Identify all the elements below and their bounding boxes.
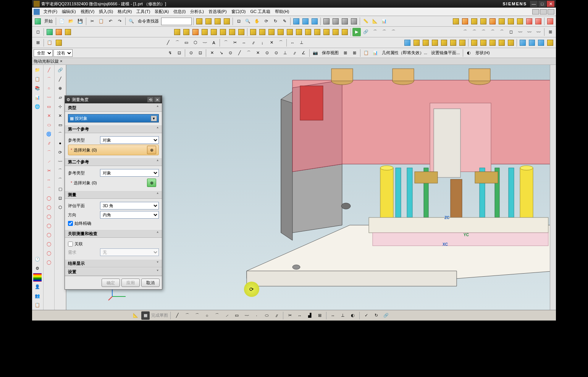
pan-button[interactable]: ✋ — [253, 17, 261, 26]
viewport-scrollbar[interactable] — [550, 65, 556, 310]
dialog-titlebar[interactable]: ⚙ 测量角度 ⟲ ✕ — [65, 96, 162, 103]
curve-offset-button[interactable]: ⫽ — [45, 139, 53, 147]
pocket-button[interactable] — [210, 28, 218, 36]
surf-op-3-button[interactable] — [422, 39, 430, 47]
select-target-2-icon[interactable]: ⊕ — [147, 179, 156, 187]
feat-arc-button[interactable]: ⌒ — [56, 130, 65, 138]
feat-target-button[interactable]: ⊕ — [56, 84, 65, 92]
select-target-1-icon[interactable]: ⊕ — [147, 146, 156, 154]
extrude-button[interactable] — [173, 28, 181, 36]
snap-4-button[interactable]: ╱ — [235, 49, 244, 57]
ref-type-1-select[interactable]: 对象 — [100, 136, 159, 144]
no-sel-select[interactable]: 没有选 — [53, 49, 73, 57]
select-object-1-row[interactable]: * 选择对象 (0) ⊕ — [68, 145, 159, 155]
sb-rect-button[interactable]: ▭ — [233, 311, 241, 320]
scale-button[interactable] — [331, 28, 340, 36]
extend-button[interactable]: ↔ — [240, 39, 248, 47]
trim-button[interactable] — [267, 28, 276, 36]
surf-op-8-button[interactable] — [470, 39, 478, 47]
feat-9-button[interactable] — [525, 17, 533, 26]
surf-op-7-button[interactable] — [458, 39, 467, 47]
feat-1-button[interactable] — [452, 17, 460, 26]
surf-7-button[interactable]: 〰 — [516, 28, 524, 36]
sel-2-button[interactable]: ⊡ — [175, 49, 183, 57]
feat-rect-button[interactable]: ▭ — [56, 121, 65, 129]
sketch-button[interactable]: ◻ — [34, 28, 42, 36]
sb-sketch-icon[interactable]: 📐 — [131, 311, 140, 320]
curve-trim-button[interactable]: ✂ — [45, 166, 53, 175]
surf-op-15-button[interactable] — [537, 39, 545, 47]
snap-1-button[interactable]: ✕ — [208, 49, 216, 57]
surf-8-button[interactable]: 〰 — [525, 28, 533, 36]
snap-2-button[interactable]: ↘ — [217, 49, 225, 57]
nav-color-button[interactable] — [33, 273, 42, 282]
circle-6-button[interactable]: ◯ — [45, 240, 53, 248]
project-button[interactable]: ↓ — [258, 39, 267, 47]
wcs-2-button[interactable] — [331, 17, 340, 26]
undo-button[interactable]: ↶ — [106, 17, 115, 26]
start-button[interactable] — [34, 17, 42, 26]
menu-view[interactable]: 视图(V) — [78, 8, 97, 15]
render-2-button[interactable] — [204, 17, 213, 26]
circle-3-button[interactable]: ◯ — [45, 212, 53, 221]
revolve-button[interactable] — [182, 28, 191, 36]
menu-file[interactable]: 文件(F) — [41, 8, 60, 15]
measure-1-button[interactable]: 📏 — [362, 17, 370, 26]
split-button[interactable] — [313, 28, 321, 36]
curve-3-button[interactable]: ⌒ — [389, 28, 397, 36]
render-1-button[interactable] — [195, 17, 204, 26]
menu-tools[interactable]: 工具(T) — [134, 8, 152, 15]
wave-button[interactable]: 🔗 — [362, 28, 370, 36]
text-button[interactable]: A — [210, 39, 218, 47]
snap-5-button[interactable]: ⌒ — [244, 49, 253, 57]
surf-3-button[interactable]: ⌒ — [479, 28, 488, 36]
block-button[interactable] — [45, 28, 54, 36]
feat-plane-button[interactable]: ▱ — [56, 93, 65, 102]
feat-blend-button[interactable]: ⌒ — [56, 176, 65, 184]
dialog-reset-button[interactable]: ⟲ — [147, 97, 153, 102]
wcs-1-button[interactable] — [322, 17, 331, 26]
sb-reattach-button[interactable]: 🔗 — [382, 311, 390, 320]
nav-hd3d-button[interactable]: 📊 — [33, 93, 42, 102]
sb-mirror-button[interactable]: ▟ — [305, 311, 314, 320]
surf-6-button[interactable]: ◻ — [507, 28, 515, 36]
curve-bridge-button[interactable]: ⌒ — [45, 185, 53, 193]
snap-11-button[interactable]: ∠ — [299, 49, 308, 57]
sb-geom-button[interactable]: ◐ — [349, 311, 357, 320]
edge-blend-button[interactable] — [249, 28, 257, 36]
open-button[interactable]: 📂 — [67, 17, 75, 26]
feat-link-button[interactable]: 🔗 — [56, 66, 65, 74]
minimize-button[interactable]: — — [530, 1, 538, 7]
snap-6-button[interactable]: ✕ — [254, 49, 262, 57]
sb-arc-button[interactable]: ⌒ — [183, 311, 191, 320]
sb-chamfer-button[interactable]: ⟋ — [223, 311, 231, 320]
surf-op-12-button[interactable] — [507, 39, 515, 47]
cyl-button[interactable] — [55, 28, 63, 36]
section-assoc[interactable]: 关联测量和检查 ˄ — [65, 229, 162, 238]
snap-8-button[interactable]: ⊙ — [272, 49, 280, 57]
surf-op-4-button[interactable] — [431, 39, 439, 47]
intersect-curve-button[interactable]: ✕ — [267, 39, 276, 47]
curve-2-button[interactable]: ⌒ — [380, 28, 388, 36]
assoc-checkbox[interactable] — [68, 242, 73, 246]
surf-op-14-button[interactable] — [528, 39, 536, 47]
dialog-close-button[interactable]: ✕ — [154, 97, 160, 102]
feat-11-button[interactable] — [546, 17, 554, 26]
subtract-button[interactable] — [286, 28, 294, 36]
section-type[interactable]: 类型 ˄ — [65, 103, 162, 112]
menu-help[interactable]: 帮助(H) — [273, 8, 291, 15]
snap-10-button[interactable]: ⫽ — [290, 49, 299, 57]
maximize-button[interactable]: □ — [538, 1, 546, 7]
sel-3-button[interactable]: ⊙ — [187, 49, 195, 57]
sb-solve-button[interactable]: ✓ — [362, 311, 370, 320]
chamfer-button[interactable] — [258, 28, 267, 36]
doc-close-button[interactable] — [548, 9, 554, 14]
curve-extend-button[interactable]: ↔ — [45, 176, 53, 184]
nav-part-button[interactable]: 📋 — [33, 75, 42, 83]
nav-system-button[interactable]: ⚙ — [33, 264, 42, 272]
sb-constraint-button[interactable]: ⊥ — [339, 311, 347, 320]
menu-format[interactable]: 格式(R) — [115, 8, 134, 15]
curve-line-button[interactable]: ╱ — [45, 66, 53, 74]
sb-pattern-button[interactable]: ⊞ — [315, 311, 324, 320]
curve-chamfer-button[interactable]: ⟋ — [45, 157, 53, 166]
